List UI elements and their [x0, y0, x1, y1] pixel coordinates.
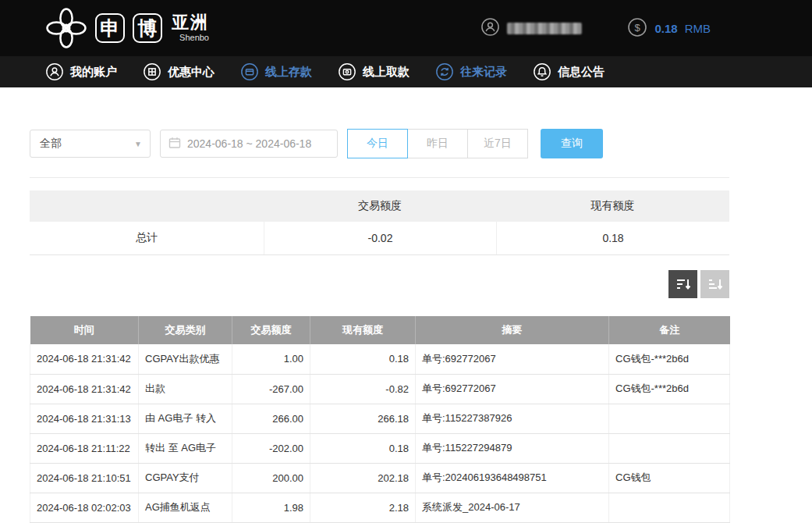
cell-summary: 单号:202406193648498751: [416, 463, 609, 493]
nav-item-my-account[interactable]: 我的账户: [45, 62, 117, 81]
cell-balance: 202.18: [310, 463, 416, 493]
cell-balance: 0.18: [310, 433, 416, 463]
cell-note: [609, 433, 730, 463]
account-icon: [45, 62, 64, 81]
dollar-icon: $: [627, 17, 647, 40]
col-header-time: 时间: [30, 316, 139, 344]
cell-summary: 系统派发_2024-06-17: [416, 493, 609, 522]
quick-range-group: 今日 昨日 近7日: [347, 129, 528, 158]
top-header: 申 博 亚洲 Shenbo: [0, 0, 812, 56]
filter-bar: 全部 ▼ 2024-06-18 ~ 2024-06-18 今日 昨日 近7日 查: [30, 129, 729, 158]
quick-yesterday-button[interactable]: 昨日: [407, 129, 468, 158]
quick-today-button[interactable]: 今日: [347, 129, 408, 158]
col-header-balance: 现有额度: [310, 316, 416, 344]
section-divider: [30, 177, 729, 178]
table-row: 2024-06-18 21:31:42 CGPAY出款优惠 1.00 0.18 …: [30, 344, 730, 374]
summary-total-amount: -0.02: [264, 222, 496, 254]
page: 申 博 亚洲 Shenbo: [0, 0, 812, 523]
table-row: 2024-06-18 21:11:22 转出 至 AG电子 -202.00 0.…: [30, 433, 730, 463]
cell-balance: -0.82: [310, 374, 416, 404]
withdraw-icon: [338, 62, 356, 81]
nav-label: 优惠中心: [168, 65, 215, 80]
col-header-type: 交易类别: [139, 316, 232, 344]
sort-ascending-button[interactable]: [700, 270, 729, 298]
table-row: 2024-06-18 02:02:03 AG捕鱼机返点 1.98 2.18 系统…: [30, 493, 730, 522]
nav-label: 线上存款: [265, 65, 312, 80]
cell-type: 出款: [139, 374, 232, 404]
user-avatar-icon: [480, 17, 500, 40]
search-button[interactable]: 查询: [541, 129, 603, 158]
brand-logo: 申 博 亚洲 Shenbo: [45, 7, 209, 49]
cell-summary: 单号:692772067: [416, 344, 609, 374]
type-select-value: 全部: [40, 137, 62, 151]
summary-header-balance: 现有额度: [496, 199, 729, 213]
cell-note: [609, 404, 730, 433]
deposit-icon: [240, 62, 259, 81]
cell-amount: -202.00: [232, 433, 310, 463]
date-range-input[interactable]: 2024-06-18 ~ 2024-06-18: [160, 130, 338, 158]
summary-total-row: 总计 -0.02 0.18: [30, 222, 729, 255]
date-range-value: 2024-06-18 ~ 2024-06-18: [187, 137, 311, 150]
col-header-note: 备注: [609, 316, 730, 344]
cell-time: 2024-06-18 21:31:13: [30, 404, 139, 433]
nav-item-online-deposit[interactable]: 线上存款: [240, 62, 312, 81]
col-header-summary: 摘要: [416, 316, 609, 344]
records-cycle-icon: [435, 62, 454, 81]
brand-char-2: 博: [133, 13, 162, 43]
cell-note: CG钱包-***2b6d: [609, 374, 730, 404]
chevron-down-icon: ▼: [134, 140, 142, 148]
nav-label: 线上取款: [363, 65, 410, 80]
nav-item-announcements[interactable]: 信息公告: [533, 62, 605, 81]
summary-header-amount: 交易额度: [264, 199, 496, 213]
records-table: 时间 交易类别 交易额度 现有额度 摘要 备注 2024-06-18 21:31…: [30, 316, 730, 523]
cell-amount: -267.00: [232, 374, 310, 404]
cell-type: AG捕鱼机返点: [139, 493, 232, 522]
nav-item-online-withdraw[interactable]: 线上取款: [338, 62, 410, 81]
bell-icon: [533, 62, 551, 81]
cell-amount: 200.00: [232, 463, 310, 493]
cell-time: 2024-06-18 21:31:42: [30, 344, 139, 374]
currency-symbol: $: [635, 22, 641, 34]
summary-table: 交易额度 现有额度 总计 -0.02 0.18: [30, 190, 729, 255]
brand-subtitle: 亚洲 Shenbo: [172, 14, 209, 42]
table-row: 2024-06-18 21:10:51 CGPAY支付 200.00 202.1…: [30, 463, 730, 493]
cell-amount: 266.00: [232, 404, 310, 433]
cell-type: CGPAY支付: [139, 463, 232, 493]
flower-logo-icon: [45, 7, 87, 49]
table-row: 2024-06-18 21:31:42 出款 -267.00 -0.82 单号:…: [30, 374, 730, 404]
cell-summary: 单号:115227387926: [416, 404, 609, 433]
cell-note: CG钱包-***2b6d: [609, 344, 730, 374]
balance-currency: RMB: [685, 22, 711, 35]
nav-label: 信息公告: [558, 65, 605, 80]
cell-note: CG钱包: [609, 463, 730, 493]
cell-time: 2024-06-18 02:02:03: [30, 493, 139, 522]
table-row: 2024-06-18 21:31:13 由 AG电子 转入 266.00 266…: [30, 404, 730, 433]
content-area: 全部 ▼ 2024-06-18 ~ 2024-06-18 今日 昨日 近7日 查: [30, 87, 729, 523]
user-cluster[interactable]: [480, 17, 582, 40]
cell-time: 2024-06-18 21:10:51: [30, 463, 139, 493]
cell-type: CGPAY出款优惠: [139, 344, 232, 374]
nav-item-promotions[interactable]: 优惠中心: [143, 62, 215, 81]
brand-region: 亚洲: [172, 14, 209, 31]
brand-latin: Shenbo: [179, 34, 209, 42]
cell-time: 2024-06-18 21:31:42: [30, 374, 139, 404]
balance-cluster[interactable]: $ 0.18 RMB: [627, 17, 711, 40]
header-right: $ 0.18 RMB: [480, 17, 711, 40]
records-table-header: 时间 交易类别 交易额度 现有额度 摘要 备注: [30, 316, 730, 344]
cell-summary: 单号:115227294879: [416, 433, 609, 463]
nav-item-transaction-records[interactable]: 往来记录: [435, 62, 507, 81]
username-redacted: [507, 23, 582, 34]
quick-last7days-button[interactable]: 近7日: [467, 129, 528, 158]
brand-char-1: 申: [95, 13, 125, 43]
type-select[interactable]: 全部 ▼: [30, 130, 151, 158]
col-header-amount: 交易额度: [232, 316, 310, 344]
main-nav: 我的账户 优惠中心 线上存款: [0, 56, 812, 87]
cell-type: 由 AG电子 转入: [139, 404, 232, 433]
gift-icon: [143, 62, 161, 81]
cell-amount: 1.00: [232, 344, 310, 374]
cell-summary: 单号:692772067: [416, 374, 609, 404]
sort-descending-button[interactable]: [668, 270, 697, 298]
cell-balance: 0.18: [310, 344, 416, 374]
summary-header-row: 交易额度 现有额度: [30, 190, 729, 222]
calendar-icon: [168, 137, 181, 151]
